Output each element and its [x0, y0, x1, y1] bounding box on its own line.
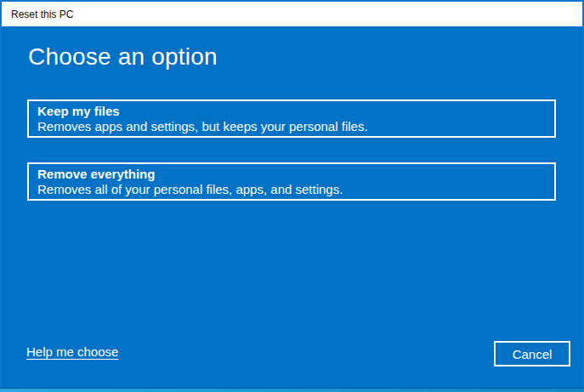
titlebar[interactable]: Reset this PC — [2, 2, 582, 26]
reset-this-pc-window: Reset this PC Choose an option Keep my f… — [0, 0, 584, 392]
option-description: Removes all of your personal files, apps… — [37, 182, 343, 197]
window-title: Reset this PC — [11, 9, 73, 20]
help-me-choose-link[interactable]: Help me choose — [26, 344, 118, 361]
option-title: Keep my files — [37, 103, 120, 119]
option-title: Remove everything — [37, 166, 155, 182]
option-remove-everything[interactable]: Remove everything Removes all of your pe… — [27, 162, 556, 201]
option-description: Removes apps and settings, but keeps you… — [37, 119, 368, 134]
page-title: Choose an option — [28, 42, 218, 72]
option-keep-my-files[interactable]: Keep my files Removes apps and settings,… — [27, 99, 556, 138]
bottom-accent-strip — [0, 388, 584, 392]
cancel-button[interactable]: Cancel — [494, 341, 570, 366]
